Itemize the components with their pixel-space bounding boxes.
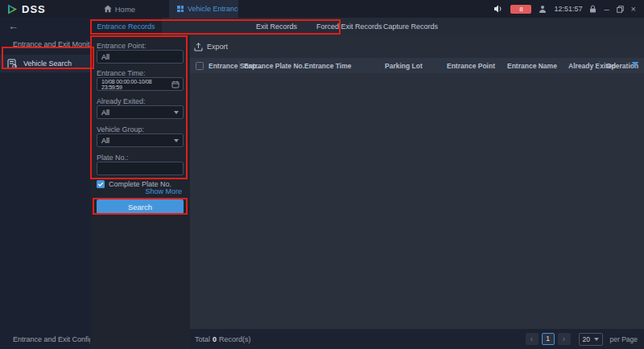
vehicle-group-label: Vehicle Group: (97, 125, 144, 133)
home-tab[interactable]: Home (93, 0, 147, 18)
export-button[interactable]: Export (207, 43, 228, 51)
sidebar-item-entrance-exit-config[interactable]: Entrance and Exit Config (0, 335, 90, 344)
sidebar-item-label: Entrance and Exit Monit... (13, 40, 90, 48)
back-arrow-button[interactable]: ← (8, 20, 19, 32)
records-label: Record(s) (219, 335, 251, 343)
column-divider (239, 61, 240, 70)
column-entrance-name[interactable]: Entrance Name (507, 62, 557, 70)
results-area: Export Entrance Snap... Entrance Plate N… (190, 35, 644, 349)
sidebar-item-label: Vehicle Search (23, 60, 72, 68)
column-entrance-time[interactable]: Entrance Time (304, 62, 351, 70)
next-page-button[interactable]: › (558, 333, 571, 345)
total-label: Total (195, 335, 210, 343)
page-size-select[interactable]: 20 (579, 333, 603, 346)
sidebar-item-vehicle-search[interactable]: Vehicle Search (0, 55, 90, 72)
column-divider (599, 61, 600, 70)
vehicle-group-select[interactable]: All (97, 133, 184, 147)
vehicle-group-value: All (101, 137, 109, 145)
search-filter-panel: Entrance Point: Entrance Time: 10/08 00:… (90, 35, 190, 349)
search-button[interactable]: Search (97, 199, 184, 214)
speaker-icon[interactable] (493, 5, 503, 13)
dss-logo-icon (6, 3, 19, 15)
select-all-checkbox[interactable] (196, 62, 204, 70)
user-icon[interactable] (539, 5, 547, 13)
sidebar-item-entrance-exit-monitoring[interactable]: Entrance and Exit Monit... (0, 35, 90, 53)
show-more-link[interactable]: Show More (145, 187, 182, 195)
column-parking-lot[interactable]: Parking Lot (385, 62, 423, 70)
record-tabs: Entrance Records Exit Records Forced Exi… (90, 18, 644, 35)
tab-forced-exit-records[interactable]: Forced Exit Records (316, 18, 382, 35)
column-entrance-plate-no[interactable]: Entrance Plate No. (244, 62, 304, 70)
calendar-icon[interactable] (171, 80, 180, 88)
close-button[interactable]: × (631, 5, 636, 14)
entrance-point-label: Entrance Point: (97, 42, 147, 50)
window-controls: 8 12:51:57 – × (493, 0, 644, 18)
already-exited-select[interactable]: All (97, 105, 184, 119)
column-entrance-point[interactable]: Entrance Point (447, 62, 495, 70)
entrance-time-value: 10/08 00:00:00-10/08 23:59:59 (101, 79, 170, 90)
dss-logo: DSS (0, 0, 54, 18)
window-tab-label: Vehicle Entrance an... (188, 5, 238, 13)
left-sidebar: ← Entrance and Exit Monit... Vehicle Sea… (0, 18, 90, 349)
restore-button[interactable] (617, 6, 624, 13)
vehicle-entrance-window-tab[interactable]: Vehicle Entrance an... (169, 0, 238, 18)
total-count: 0 (213, 335, 217, 343)
filter-funnel-icon[interactable] (631, 61, 639, 69)
tab-capture-records[interactable]: Capture Records (383, 18, 438, 35)
sidebar-item-label: Entrance and Exit Config (13, 335, 93, 343)
tab-entrance-records[interactable]: Entrance Records (90, 18, 162, 35)
export-icon (194, 43, 203, 51)
tab-exit-records[interactable]: Exit Records (256, 18, 297, 35)
home-tab-label: Home (115, 5, 135, 14)
results-toolbar: Export (190, 35, 644, 58)
checkbox-checked-icon[interactable] (97, 180, 105, 188)
minimize-button[interactable]: – (604, 5, 609, 14)
already-exited-value: All (101, 109, 109, 117)
prev-page-button[interactable]: ‹ (526, 333, 539, 345)
chevron-down-icon (174, 111, 179, 114)
plate-no-label: Plate No.: (97, 154, 129, 162)
page-size-value: 20 (583, 335, 590, 343)
entrance-time-label: Entrance Time: (97, 69, 146, 77)
table-body-empty (190, 73, 644, 329)
window-title-bar: DSS Home Vehicle Entrance an... 8 12:51:… (0, 0, 644, 18)
system-clock: 12:51:57 (554, 5, 582, 13)
brand-name: DSS (22, 3, 46, 15)
pagination-controls: ‹ 1 › 20 per Page (526, 333, 638, 346)
vehicle-search-icon (7, 59, 18, 69)
entrance-point-input[interactable] (97, 50, 184, 64)
home-icon (104, 5, 112, 13)
pagination-bar: Total 0 Record(s) ‹ 1 › 20 per Page (190, 329, 644, 349)
module-grid-icon (177, 6, 184, 12)
chevron-down-icon (594, 338, 599, 341)
alarm-count-badge[interactable]: 8 (510, 5, 531, 14)
current-page-button[interactable]: 1 (542, 333, 555, 345)
entrance-time-input[interactable]: 10/08 00:00:00-10/08 23:59:59 (97, 77, 184, 91)
lock-icon[interactable] (589, 5, 597, 13)
plate-no-input[interactable] (97, 162, 184, 175)
dss-application-window: DSS Home Vehicle Entrance an... 8 12:51:… (0, 0, 644, 349)
table-header: Entrance Snap... Entrance Plate No. Entr… (190, 58, 644, 73)
already-exited-label: Already Exited: (97, 97, 146, 105)
chevron-down-icon (174, 139, 179, 142)
per-page-label: per Page (610, 335, 638, 343)
